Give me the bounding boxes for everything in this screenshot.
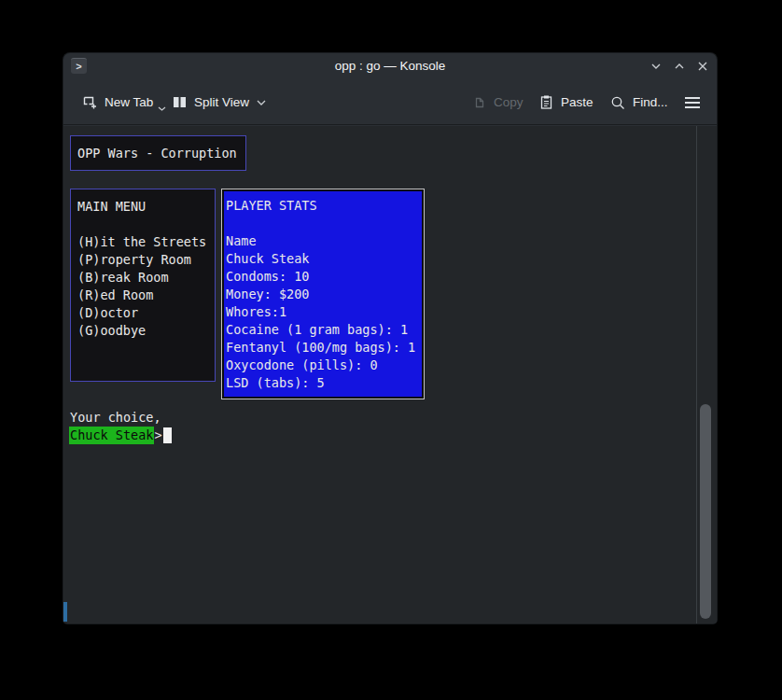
main-menu-box: MAIN MENU (H)it the Streets (P)roperty R… (70, 189, 216, 382)
hamburger-menu-button[interactable] (683, 90, 702, 115)
find-label: Find... (633, 95, 668, 109)
stat-oxycodone: Oxycodone (pills): 0 (226, 357, 378, 374)
game-title-text: OPP Wars - Corruption (77, 145, 237, 162)
terminal-display[interactable]: OPP Wars - Corruption MAIN MENU (H)it th… (63, 126, 717, 623)
menu-item-property-room: (P)roperty Room (77, 251, 191, 269)
prompt-text: Your choice, (70, 409, 161, 427)
menu-item-red-room: (R)ed Room (77, 287, 153, 304)
activity-indicator (63, 602, 67, 622)
main-menu-title: MAIN MENU (77, 198, 146, 216)
hamburger-icon (683, 95, 702, 110)
player-stats-box: PLAYER STATS Name Chuck Steak Condoms: 1… (221, 189, 425, 399)
copy-button[interactable]: Copy (471, 90, 524, 115)
menu-item-goodbye: (G)oodbye (77, 322, 146, 340)
prompt-suffix: > (154, 427, 161, 444)
stat-cocaine: Cocaine (1 gram bags): 1 (226, 321, 408, 339)
paste-button[interactable]: Paste (538, 90, 593, 115)
stat-lsd: LSD (tabs): 5 (226, 374, 325, 392)
search-icon (609, 94, 626, 111)
menu-item-doctor: (D)octor (77, 304, 138, 322)
new-tab-caret-icon (158, 105, 166, 112)
terminal-cursor (163, 427, 172, 443)
find-button[interactable]: Find... (609, 90, 668, 115)
player-stats-title: PLAYER STATS (226, 197, 317, 215)
split-view-icon (172, 94, 188, 110)
prompt-input-line[interactable]: Chuck Steak> (69, 427, 172, 444)
paste-icon (538, 94, 554, 110)
scrollbar-thumb[interactable] (700, 404, 711, 619)
split-view-chevron-icon (256, 98, 267, 106)
game-title-box: OPP Wars - Corruption (70, 135, 246, 171)
copy-icon (471, 94, 487, 110)
stat-name-label: Name (226, 232, 257, 250)
menu-item-break-room: (B)reak Room (77, 269, 169, 287)
titlebar[interactable]: > opp : go — Konsole (63, 53, 717, 79)
menu-item-hit-streets: (H)it the Streets (77, 233, 206, 251)
new-tab-icon (82, 94, 98, 110)
stat-fentanyl: Fentanyl (100/mg bags): 1 (226, 339, 415, 357)
close-button[interactable] (694, 58, 711, 75)
split-view-label: Split View (194, 95, 249, 109)
paste-label: Paste (561, 95, 593, 109)
new-tab-label: New Tab (105, 95, 153, 109)
minimize-button[interactable] (648, 58, 664, 75)
scrollbar-track-separator (696, 126, 697, 623)
copy-label: Copy (494, 95, 524, 109)
maximize-button[interactable] (671, 58, 688, 75)
split-view-button[interactable]: Split View (172, 90, 267, 115)
stat-whores: Whores:1 (226, 303, 286, 321)
stat-money: Money: $200 (226, 286, 309, 303)
toolbar: New Tab Split View (63, 79, 717, 125)
player-name-highlight: Chuck Steak (69, 427, 154, 444)
stat-condoms: Condoms: 10 (226, 268, 309, 286)
konsole-window: > opp : go — Konsole New Tab (63, 53, 717, 623)
window-title: opp : go — Konsole (63, 53, 717, 79)
stat-name-value: Chuck Steak (226, 250, 309, 268)
new-tab-button[interactable]: New Tab (82, 90, 168, 115)
